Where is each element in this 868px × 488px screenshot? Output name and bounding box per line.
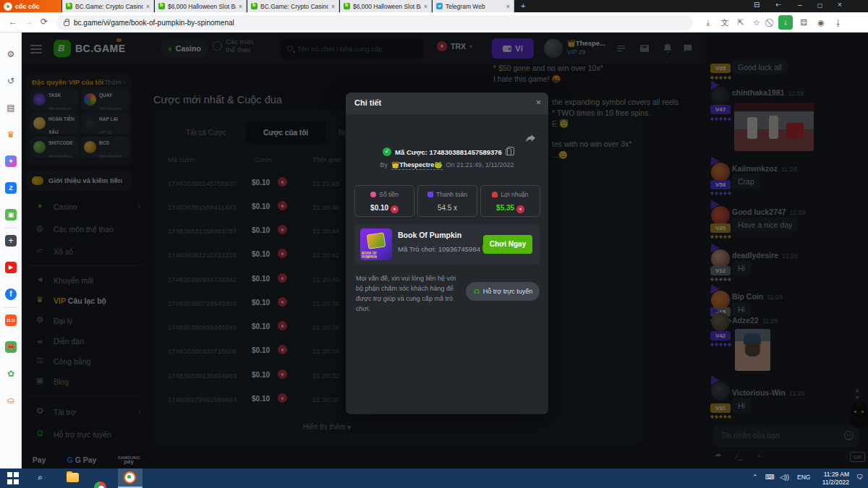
tab-close-icon[interactable]: × bbox=[506, 3, 510, 10]
lock-icon bbox=[64, 21, 69, 26]
bcgame-favicon bbox=[66, 3, 72, 9]
adblock-shield-icon[interactable]: ⃠ bbox=[766, 17, 776, 27]
divider bbox=[4, 228, 17, 228]
taskbar-clock[interactable]: 11:29 AM 11/2/2022 bbox=[812, 471, 849, 486]
browser-tab-5[interactable]: Telegram Web × bbox=[433, 0, 514, 12]
shopee-leaf-icon[interactable]: ✿ bbox=[5, 368, 17, 380]
credit-card-icon bbox=[427, 192, 433, 197]
back-icon[interactable]: ← bbox=[9, 17, 17, 27]
new-tab-button[interactable]: + bbox=[521, 1, 525, 10]
downloads-tray-icon[interactable]: ⭳ bbox=[833, 17, 843, 27]
window-minimize-button[interactable]: – bbox=[798, 1, 802, 9]
taskbar-search-icon[interactable]: ⌕ bbox=[38, 472, 50, 484]
tab-label: BC.Game: Crypto Casino Gan bbox=[75, 3, 143, 10]
chrome-icon[interactable] bbox=[94, 481, 106, 488]
tab-close-icon[interactable]: × bbox=[146, 3, 150, 10]
game-name: Book Of Pumpkin bbox=[398, 231, 461, 239]
coccoc-sidebar: ⚙ ↺ ▤ ♛ ✦ Z ▣ + ▶ f 11.11 🎀 ✿ ⛀ bbox=[0, 33, 22, 468]
tab-close-icon[interactable]: × bbox=[239, 3, 242, 10]
game-id: Mã Trò chơi: 10936745984 bbox=[398, 244, 488, 253]
browser-tab-3[interactable]: BC.Game: Crypto Casino Gan × bbox=[247, 0, 339, 12]
stat-payout: Thanh toán 54.5 x bbox=[417, 185, 477, 217]
headphones-icon bbox=[473, 288, 480, 295]
stat-amount: Số tiền $0.10 ♦ bbox=[354, 185, 414, 217]
crown-vip-icon[interactable]: ♛ bbox=[5, 129, 17, 140]
browser-tab-2[interactable]: $6,000 Halloween Slot Battle × bbox=[155, 0, 247, 12]
address-field[interactable]: bc.game/vi/game/book-of-pumpkin-by-spino… bbox=[56, 15, 693, 30]
tab-label: $6,000 Halloween Slot Battle bbox=[168, 3, 236, 10]
tab-label: BC.Game: Crypto Casino Gan bbox=[260, 3, 328, 10]
browser-url-bar: ← → ⟳ bc.game/vi/game/book-of-pumpkin-by… bbox=[0, 12, 868, 33]
settings-gear-icon[interactable]: ⚙ bbox=[5, 48, 17, 60]
bet-datetime: 21:21:49, 1/11/2022 bbox=[456, 161, 514, 168]
download-active-icon[interactable]: ↓ bbox=[778, 15, 793, 30]
bet-author-row: By 👑Thespectre🐸 On 21:21:49, 1/11/2022 bbox=[346, 161, 548, 168]
game-card: BOOK OF PUMPKIN Book Of Pumpkin Mã Trò c… bbox=[354, 224, 540, 265]
coccoc-icon bbox=[124, 471, 136, 484]
bet-id-row: ✓ Mã Cược: 1748303881457589376 bbox=[346, 147, 548, 156]
side-panel-icon[interactable]: ⊟ bbox=[754, 1, 760, 9]
bcgame-favicon bbox=[251, 3, 258, 9]
zalo-icon[interactable]: Z bbox=[5, 182, 17, 194]
coccoc-taskbar-active[interactable] bbox=[118, 468, 142, 488]
volume-icon[interactable]: ◁)) bbox=[780, 474, 789, 481]
bet-author-link[interactable]: 👑Thespectre🐸 bbox=[391, 161, 442, 170]
bet-id-text: Mã Cược: 1748303881457589376 bbox=[395, 148, 502, 156]
game-thumbnail[interactable]: BOOK OF PUMPKIN bbox=[360, 228, 392, 260]
tab-label: $6,000 Halloween Slot Battle bbox=[353, 3, 421, 10]
bookmark-star-icon[interactable]: ☆ bbox=[752, 17, 762, 27]
translate-icon[interactable]: 文 bbox=[720, 17, 730, 27]
screen: cốc cốc BC.Game: Crypto Casino Gan × $6,… bbox=[0, 0, 868, 488]
save-page-icon[interactable]: ⤓ bbox=[703, 17, 713, 27]
window-maximize-button[interactable]: ▢ bbox=[817, 2, 823, 9]
clock-date: 11/2/2022 bbox=[812, 479, 849, 487]
bcgame-favicon bbox=[158, 3, 165, 9]
windows-taskbar: ⌕ ⌃ ⌨ ◁)) ENG 11:29 AM 11/2/2022 🗨 bbox=[0, 468, 868, 488]
money-bag-icon bbox=[370, 192, 376, 197]
tab-label: Telegram Web bbox=[446, 3, 503, 10]
coccoc-brand-label: cốc cốc bbox=[15, 3, 40, 10]
coccoc-logo-icon bbox=[4, 2, 12, 11]
gift-icon[interactable]: 🎀 bbox=[5, 341, 17, 353]
verified-check-icon[interactable]: ✓ bbox=[383, 147, 391, 156]
trx-coin-icon: ♦ bbox=[516, 205, 524, 213]
clock-time: 11:29 AM bbox=[812, 471, 849, 479]
cart-icon[interactable]: ⛀ bbox=[5, 395, 17, 406]
games-gamepad-icon[interactable]: ▣ bbox=[5, 209, 17, 221]
reload-icon[interactable]: ⟳ bbox=[41, 17, 48, 27]
facebook-icon[interactable]: f bbox=[5, 288, 17, 300]
browser-tab-4[interactable]: $6,000 Halloween Slot Battle × bbox=[340, 0, 432, 12]
copy-icon[interactable] bbox=[506, 148, 511, 155]
page-url: bc.game/vi/game/book-of-pumpkin-by-spino… bbox=[74, 19, 234, 27]
youtube-icon[interactable]: ▶ bbox=[5, 262, 17, 273]
history-icon[interactable]: ↺ bbox=[5, 75, 17, 87]
play-now-button[interactable]: Chơi Ngay bbox=[483, 235, 532, 254]
add-shortcut-icon[interactable]: + bbox=[5, 235, 17, 247]
notification-center-icon[interactable]: 🗨 bbox=[856, 474, 863, 481]
modal-close-icon[interactable]: × bbox=[536, 98, 541, 108]
sale-11-11-icon[interactable]: 11.11 bbox=[5, 314, 17, 326]
share-icon[interactable]: ⇱ bbox=[736, 17, 746, 27]
pumpkin-book-art bbox=[367, 232, 386, 249]
share-forward-icon[interactable] bbox=[525, 132, 537, 144]
language-indicator[interactable]: ENG bbox=[797, 474, 810, 481]
profile-avatar-icon[interactable]: ◉ bbox=[816, 17, 826, 27]
window-close-button[interactable]: × bbox=[838, 1, 842, 9]
coccoc-brand: cốc cốc bbox=[0, 0, 61, 12]
start-button[interactable] bbox=[7, 472, 20, 484]
network-icon[interactable]: ⌨ bbox=[765, 474, 775, 481]
support-note: Mọi vấn đề, xin vui lòng liên hệ với bộ … bbox=[356, 273, 463, 314]
messenger-icon[interactable]: ✦ bbox=[5, 155, 17, 167]
bet-details-modal: Chi tiết × ✓ Mã Cược: 174830388145758937… bbox=[346, 93, 548, 414]
modal-title: Chi tiết bbox=[354, 98, 381, 107]
browser-tab-1[interactable]: BC.Game: Crypto Casino Gan × bbox=[62, 0, 154, 12]
file-explorer-icon[interactable] bbox=[67, 473, 79, 482]
tray-expand-icon[interactable]: ⌃ bbox=[752, 474, 758, 481]
tab-close-icon[interactable]: × bbox=[331, 3, 335, 10]
live-support-button[interactable]: Hỗ trợ trực tuyến bbox=[466, 282, 540, 301]
restore-tabs-icon[interactable]: ⇠ bbox=[775, 1, 781, 9]
forward-icon[interactable]: → bbox=[25, 17, 33, 27]
reading-list-icon[interactable]: ▤ bbox=[5, 102, 17, 114]
tab-close-icon[interactable]: × bbox=[424, 3, 427, 10]
extensions-puzzle-icon[interactable]: ⚄ bbox=[799, 17, 809, 27]
